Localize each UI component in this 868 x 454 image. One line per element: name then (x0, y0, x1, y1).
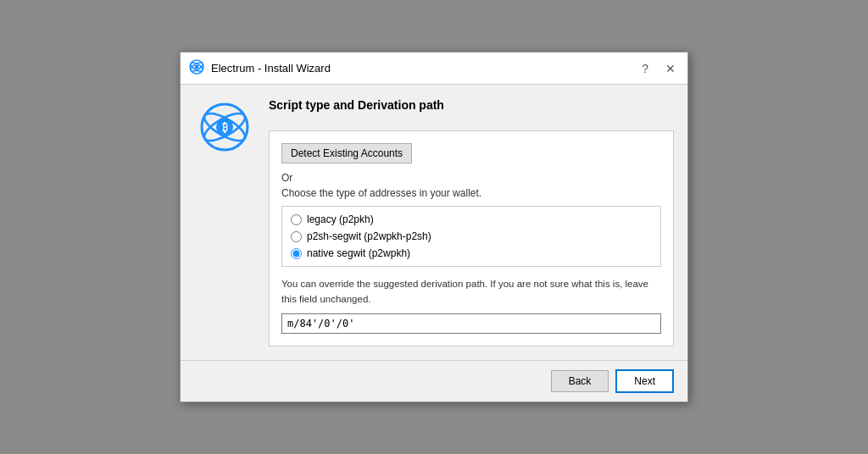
logo-area: ₿ (194, 98, 255, 346)
radio-native-input[interactable] (291, 248, 302, 259)
radio-native[interactable]: native segwit (p2wpkh) (291, 247, 652, 259)
derivation-path-input[interactable] (281, 313, 661, 334)
radio-p2sh-label: p2sh-segwit (p2wpkh-p2sh) (307, 230, 431, 242)
radio-p2sh[interactable]: p2sh-segwit (p2wpkh-p2sh) (291, 230, 652, 242)
or-text: Or (281, 172, 661, 184)
choose-label: Choose the type of addresses in your wal… (281, 187, 661, 199)
back-button[interactable]: Back (551, 370, 609, 392)
override-text: You can override the suggested derivatio… (281, 277, 661, 307)
close-button[interactable]: ✕ (662, 63, 679, 75)
content-area: Script type and Derivation path Detect E… (269, 98, 674, 346)
help-button[interactable]: ? (638, 63, 652, 75)
title-bar-left: Electrum - Install Wizard (189, 59, 331, 77)
next-button[interactable]: Next (615, 369, 674, 393)
radio-native-label: native segwit (p2wpkh) (307, 247, 410, 259)
radio-legacy[interactable]: legacy (p2pkh) (291, 213, 652, 225)
title-bar: Electrum - Install Wizard ? ✕ (181, 53, 687, 85)
main-panel: Detect Existing Accounts Or Choose the t… (269, 130, 674, 346)
detect-accounts-button[interactable]: Detect Existing Accounts (281, 143, 412, 163)
title-bar-controls: ? ✕ (638, 63, 679, 75)
window-body: ₿ Script type and Derivation path Detect… (181, 85, 687, 360)
wizard-window: Electrum - Install Wizard ? ✕ ₿ Scr (180, 52, 688, 402)
app-icon (189, 59, 204, 77)
section-title: Script type and Derivation path (269, 98, 674, 112)
radio-p2sh-input[interactable] (291, 231, 302, 242)
radio-legacy-label: legacy (p2pkh) (307, 213, 374, 225)
window-title: Electrum - Install Wizard (211, 62, 331, 75)
window-footer: Back Next (181, 360, 687, 401)
radio-legacy-input[interactable] (291, 214, 302, 225)
radio-group: legacy (p2pkh) p2sh-segwit (p2wpkh-p2sh)… (281, 206, 661, 267)
svg-text:₿: ₿ (222, 121, 228, 134)
svg-point-3 (195, 65, 199, 69)
